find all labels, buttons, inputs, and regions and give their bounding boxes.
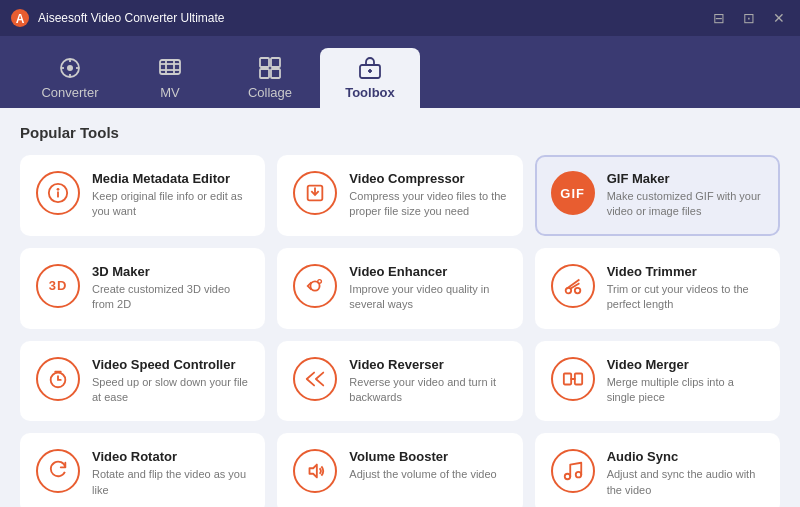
- gif-maker-name: GIF Maker: [607, 171, 764, 186]
- video-enhancer-icon: [293, 264, 337, 308]
- video-speed-controller-icon: [36, 357, 80, 401]
- tool-card-video-rotator[interactable]: Video RotatorRotate and flip the video a…: [20, 433, 265, 507]
- video-merger-icon: [551, 357, 595, 401]
- media-metadata-editor-name: Media Metadata Editor: [92, 171, 249, 186]
- tab-converter-label: Converter: [41, 85, 98, 100]
- gif-maker-info: GIF MakerMake customized GIF with your v…: [607, 171, 764, 220]
- main-content: Popular Tools Media Metadata EditorKeep …: [0, 108, 800, 507]
- 3d-maker-info: 3D MakerCreate customized 3D video from …: [92, 264, 249, 313]
- tool-card-audio-sync[interactable]: Audio SyncAdjust and sync the audio with…: [535, 433, 780, 507]
- 3d-maker-desc: Create customized 3D video from 2D: [92, 282, 249, 313]
- tab-toolbox[interactable]: Toolbox: [320, 48, 420, 108]
- video-compressor-name: Video Compressor: [349, 171, 506, 186]
- converter-tab-icon: [58, 56, 82, 80]
- video-reverser-info: Video ReverserReverse your video and tur…: [349, 357, 506, 406]
- tool-card-video-trimmer[interactable]: Video TrimmerTrim or cut your videos to …: [535, 248, 780, 329]
- volume-booster-desc: Adjust the volume of the video: [349, 467, 496, 482]
- close-button[interactable]: ✕: [768, 8, 790, 28]
- tool-card-gif-maker[interactable]: GIFGIF MakerMake customized GIF with you…: [535, 155, 780, 236]
- video-compressor-info: Video CompressorCompress your video file…: [349, 171, 506, 220]
- video-speed-controller-info: Video Speed ControllerSpeed up or slow d…: [92, 357, 249, 406]
- video-reverser-name: Video Reverser: [349, 357, 506, 372]
- video-trimmer-info: Video TrimmerTrim or cut your videos to …: [607, 264, 764, 313]
- svg-rect-16: [271, 69, 280, 78]
- toolbox-tab-icon: [358, 56, 382, 80]
- audio-sync-icon: [551, 449, 595, 493]
- svg-point-3: [67, 65, 73, 71]
- tool-card-video-enhancer[interactable]: Video EnhancerImprove your video quality…: [277, 248, 522, 329]
- svg-rect-14: [271, 58, 280, 67]
- mv-tab-icon: [158, 56, 182, 80]
- collage-tab-icon: [258, 56, 282, 80]
- svg-point-37: [564, 474, 570, 480]
- tab-mv[interactable]: MV: [120, 48, 220, 108]
- svg-point-28: [574, 288, 580, 294]
- video-rotator-info: Video RotatorRotate and flip the video a…: [92, 449, 249, 498]
- tools-grid: Media Metadata EditorKeep original file …: [20, 155, 780, 507]
- title-bar: A Aiseesoft Video Converter Ultimate ⊟ ⊡…: [0, 0, 800, 36]
- tab-toolbox-label: Toolbox: [345, 85, 395, 100]
- media-metadata-editor-icon: [36, 171, 80, 215]
- video-trimmer-name: Video Trimmer: [607, 264, 764, 279]
- audio-sync-info: Audio SyncAdjust and sync the audio with…: [607, 449, 764, 498]
- tab-mv-label: MV: [160, 85, 180, 100]
- video-trimmer-desc: Trim or cut your videos to the perfect l…: [607, 282, 764, 313]
- video-rotator-name: Video Rotator: [92, 449, 249, 464]
- tab-collage-label: Collage: [248, 85, 292, 100]
- svg-point-38: [575, 472, 581, 478]
- gif-maker-desc: Make customized GIF with your video or i…: [607, 189, 764, 220]
- audio-sync-desc: Adjust and sync the audio with the video: [607, 467, 764, 498]
- tool-card-video-merger[interactable]: Video MergerMerge multiple clips into a …: [535, 341, 780, 422]
- video-speed-controller-name: Video Speed Controller: [92, 357, 249, 372]
- video-merger-name: Video Merger: [607, 357, 764, 372]
- tool-card-volume-booster[interactable]: Volume BoosterAdjust the volume of the v…: [277, 433, 522, 507]
- tool-card-video-compressor[interactable]: Video CompressorCompress your video file…: [277, 155, 522, 236]
- tool-card-3d-maker[interactable]: 3D3D MakerCreate customized 3D video fro…: [20, 248, 265, 329]
- maximize-button[interactable]: ⊡: [738, 8, 760, 28]
- video-speed-controller-desc: Speed up or slow down your file at ease: [92, 375, 249, 406]
- tab-bar: Converter MV Collage Toolbox: [0, 36, 800, 108]
- video-reverser-icon: [293, 357, 337, 401]
- video-enhancer-info: Video EnhancerImprove your video quality…: [349, 264, 506, 313]
- volume-booster-info: Volume BoosterAdjust the volume of the v…: [349, 449, 496, 482]
- window-controls[interactable]: ⊟ ⊡ ✕: [708, 8, 790, 28]
- tool-card-media-metadata-editor[interactable]: Media Metadata EditorKeep original file …: [20, 155, 265, 236]
- svg-rect-33: [563, 373, 570, 384]
- video-compressor-icon: [293, 171, 337, 215]
- svg-text:A: A: [16, 12, 25, 26]
- video-reverser-desc: Reverse your video and turn it backwards: [349, 375, 506, 406]
- minimize-button[interactable]: ⊟: [708, 8, 730, 28]
- video-rotator-icon: [36, 449, 80, 493]
- svg-rect-34: [574, 373, 581, 384]
- app-title: Aiseesoft Video Converter Ultimate: [38, 11, 225, 25]
- video-compressor-desc: Compress your video files to the proper …: [349, 189, 506, 220]
- svg-marker-36: [310, 465, 317, 478]
- media-metadata-editor-desc: Keep original file info or edit as you w…: [92, 189, 249, 220]
- 3d-maker-icon: 3D: [36, 264, 80, 308]
- tool-card-video-reverser[interactable]: Video ReverserReverse your video and tur…: [277, 341, 522, 422]
- audio-sync-name: Audio Sync: [607, 449, 764, 464]
- volume-booster-name: Volume Booster: [349, 449, 496, 464]
- volume-booster-icon: [293, 449, 337, 493]
- title-bar-left: A Aiseesoft Video Converter Ultimate: [10, 8, 225, 28]
- svg-rect-15: [260, 69, 269, 78]
- video-enhancer-name: Video Enhancer: [349, 264, 506, 279]
- video-trimmer-icon: [551, 264, 595, 308]
- gif-maker-icon: GIF: [551, 171, 595, 215]
- tool-card-video-speed-controller[interactable]: Video Speed ControllerSpeed up or slow d…: [20, 341, 265, 422]
- svg-point-26: [318, 279, 322, 283]
- app-logo-icon: A: [10, 8, 30, 28]
- media-metadata-editor-info: Media Metadata EditorKeep original file …: [92, 171, 249, 220]
- 3d-maker-name: 3D Maker: [92, 264, 249, 279]
- video-enhancer-desc: Improve your video quality in several wa…: [349, 282, 506, 313]
- video-merger-desc: Merge multiple clips into a single piece: [607, 375, 764, 406]
- video-merger-info: Video MergerMerge multiple clips into a …: [607, 357, 764, 406]
- svg-rect-8: [160, 60, 180, 74]
- video-rotator-desc: Rotate and flip the video as you like: [92, 467, 249, 498]
- tab-collage[interactable]: Collage: [220, 48, 320, 108]
- tab-converter[interactable]: Converter: [20, 48, 120, 108]
- section-title: Popular Tools: [20, 124, 780, 141]
- svg-rect-13: [260, 58, 269, 67]
